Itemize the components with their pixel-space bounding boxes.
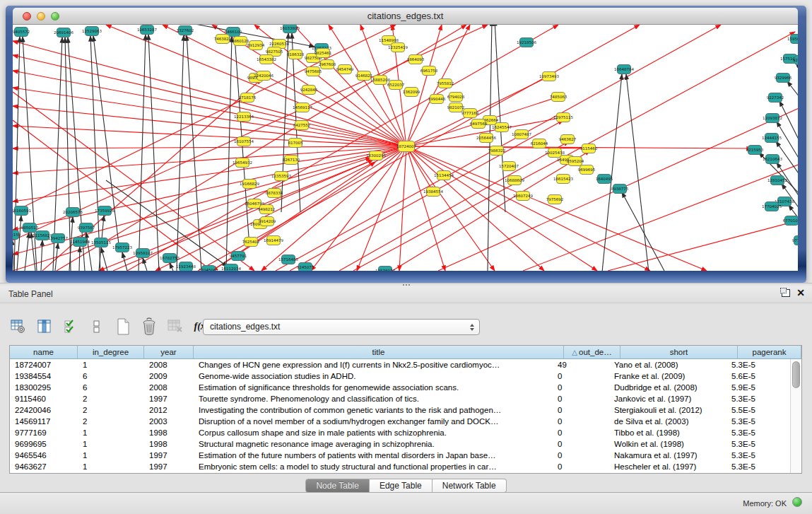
- new-table-button[interactable]: [113, 317, 133, 337]
- table-row[interactable]: 1456911722003Disruption of a novel membe…: [10, 416, 790, 427]
- graph-node[interactable]: 8938775: [611, 185, 629, 194]
- graph-node[interactable]: 9242845: [300, 86, 318, 95]
- network-selector-dropdown[interactable]: citations_edges.txt: [203, 319, 480, 335]
- table-row[interactable]: 1830029562008Estimation of significance …: [10, 382, 790, 393]
- graph-node[interactable]: 7485063: [550, 93, 567, 102]
- graph-node[interactable]: 9777169: [461, 109, 479, 118]
- graph-node[interactable]: 12353593: [271, 172, 291, 181]
- table-row[interactable]: 911546021997Tourette syndrome. Phenomeno…: [10, 393, 790, 404]
- graph-node[interactable]: 17957223: [112, 243, 132, 252]
- graph-node[interactable]: 9914209: [259, 217, 276, 226]
- graph-node[interactable]: 9405572: [13, 28, 30, 37]
- select-all-rows-button[interactable]: [61, 317, 81, 337]
- graph-node[interactable]: 16648784: [614, 65, 634, 74]
- graph-node[interactable]: 16210643: [763, 155, 782, 164]
- delete-table-button[interactable]: [165, 317, 185, 337]
- graph-node[interactable]: 14569117: [293, 103, 312, 112]
- graph-node[interactable]: 6794028: [447, 93, 465, 102]
- column-visibility-button[interactable]: [35, 317, 54, 337]
- graph-node[interactable]: 16245547: [492, 123, 512, 132]
- graph-node[interactable]: 8215953: [746, 146, 764, 155]
- graph-node[interactable]: 2967608: [319, 60, 336, 69]
- graph-node[interactable]: 18615423: [553, 175, 573, 184]
- graph-node[interactable]: 9850513: [21, 223, 39, 233]
- table-settings-button[interactable]: [8, 317, 28, 337]
- graph-node[interactable]: 12093872: [763, 114, 782, 123]
- graph-node[interactable]: 19166829: [240, 180, 259, 189]
- row-height-button[interactable]: [87, 317, 107, 337]
- graph-node[interactable]: 19654932: [233, 158, 252, 168]
- graph-node[interactable]: 13942757: [48, 234, 68, 243]
- close-panel-icon[interactable]: ✕: [796, 288, 805, 297]
- scrollbar-thumb[interactable]: [792, 361, 800, 388]
- graph-node[interactable]: 9245073: [297, 263, 314, 271]
- graph-node[interactable]: 26160591: [13, 206, 31, 216]
- graph-node[interactable]: 18724007: [396, 141, 416, 152]
- graph-node[interactable]: 8912934: [247, 41, 265, 50]
- graph-node[interactable]: 9776095: [792, 236, 798, 245]
- graph-node[interactable]: 16914479: [264, 236, 283, 245]
- column-header-out_de[interactable]: △out_de…: [564, 346, 620, 358]
- tab-node-table[interactable]: Node Table: [305, 479, 370, 493]
- graph-node[interactable]: 8186328: [287, 50, 305, 59]
- window-titlebar[interactable]: citations_edges.txt: [13, 8, 798, 25]
- graph-node[interactable]: 20564456: [476, 134, 496, 143]
- graph-node[interactable]: 6497568: [470, 119, 488, 129]
- graph-node[interactable]: 10973493: [539, 72, 559, 81]
- graph-node[interactable]: 16112034: [221, 264, 241, 271]
- graph-node[interactable]: 7463822: [214, 35, 232, 44]
- graph-node[interactable]: 9397587: [78, 223, 95, 233]
- table-row[interactable]: 946554611997Estimation of the future num…: [10, 450, 790, 461]
- table-row[interactable]: 1872400712008Changes of HCN gene express…: [10, 359, 790, 370]
- column-header-in_degree[interactable]: in_degree: [78, 346, 144, 358]
- network-canvas[interactable]: 9405572206914061252906310653287132760264…: [13, 25, 798, 271]
- graph-node[interactable]: 9457791: [230, 252, 247, 261]
- graph-node[interactable]: 7625402: [242, 238, 260, 247]
- table-row[interactable]: 1938455462009Genome-wide association stu…: [10, 370, 790, 382]
- graph-node[interactable]: 8267130: [283, 156, 300, 165]
- graph-node[interactable]: 16543382: [257, 55, 276, 64]
- graph-node[interactable]: 1864093: [407, 55, 425, 64]
- graph-node[interactable]: 10653287: [137, 25, 157, 35]
- column-header-name[interactable]: name: [10, 346, 78, 358]
- graph-node[interactable]: 9329966: [775, 74, 792, 83]
- graph-node[interactable]: 12045062: [199, 266, 218, 271]
- graph-node[interactable]: 8454749: [336, 65, 354, 74]
- graph-node[interactable]: 7986322: [488, 146, 506, 156]
- vertical-scrollbar[interactable]: [790, 359, 801, 473]
- graph-node[interactable]: 7955812: [437, 79, 454, 88]
- graph-node[interactable]: 15716485: [278, 255, 298, 264]
- graph-node[interactable]: 20691406: [54, 28, 73, 37]
- column-header-year[interactable]: year: [144, 346, 194, 358]
- graph-node[interactable]: 17359928: [95, 206, 114, 216]
- graph-node[interactable]: 1640495: [596, 175, 613, 184]
- tab-edge-table[interactable]: Edge Table: [370, 479, 433, 493]
- column-header-title[interactable]: title: [194, 346, 564, 358]
- graph-node[interactable]: 15956062: [787, 35, 798, 44]
- graph-node[interactable]: 12529063: [82, 27, 102, 36]
- graph-node[interactable]: 12975115: [553, 113, 573, 122]
- graph-node[interactable]: 1362099: [403, 88, 420, 97]
- graph-node[interactable]: 8595204: [567, 157, 584, 166]
- graph-node[interactable]: 12810452: [767, 176, 787, 185]
- delete-rows-button[interactable]: [139, 317, 159, 337]
- graph-node[interactable]: 11923448: [176, 262, 196, 271]
- graph-node[interactable]: 1327602: [177, 26, 194, 35]
- graph-node[interactable]: 12444155: [762, 134, 782, 143]
- graph-node[interactable]: 15134454: [434, 171, 454, 180]
- graph-node[interactable]: 9227342: [767, 93, 784, 103]
- graph-node[interactable]: 12325419: [388, 43, 408, 52]
- graph-node[interactable]: 15720407: [499, 162, 519, 171]
- graph-node[interactable]: 16033809: [280, 25, 300, 33]
- graph-node[interactable]: 12213364: [234, 112, 254, 122]
- citation-network-graph[interactable]: 9405572206914061252906310653287132760264…: [13, 25, 798, 271]
- float-panel-icon[interactable]: [782, 289, 790, 297]
- graph-node[interactable]: 9699695: [578, 165, 596, 175]
- graph-node[interactable]: 6770103: [783, 216, 798, 226]
- graph-node[interactable]: 1990448: [428, 95, 446, 104]
- graph-node[interactable]: 10688609: [505, 176, 524, 185]
- graph-node[interactable]: 7975692: [546, 195, 564, 204]
- graph-node[interactable]: 6216044: [531, 139, 548, 148]
- graph-node[interactable]: 2718176: [239, 93, 257, 103]
- graph-node[interactable]: 6522037: [387, 81, 405, 90]
